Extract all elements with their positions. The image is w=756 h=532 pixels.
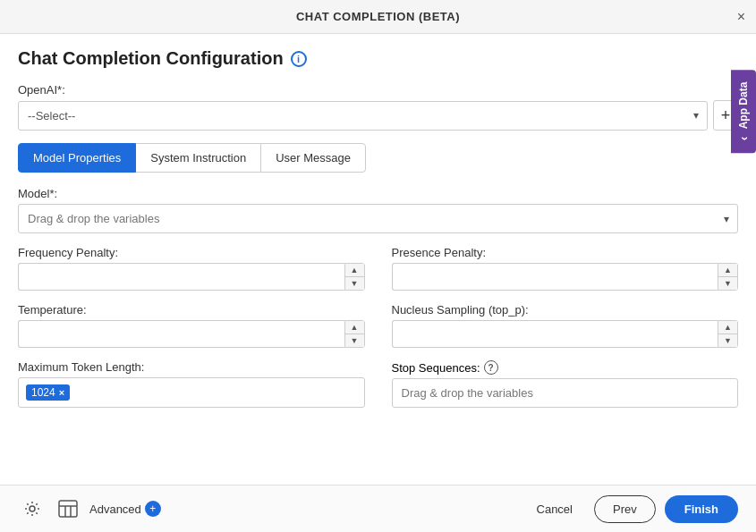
- cancel-button[interactable]: Cancel: [524, 495, 585, 523]
- openai-row: --Select-- ▾ +: [18, 100, 738, 131]
- temperature-input[interactable]: 1.00: [18, 320, 344, 348]
- advanced-plus-icon: +: [145, 501, 161, 517]
- tab-model-properties[interactable]: Model Properties: [18, 143, 136, 173]
- openai-select[interactable]: --Select--: [18, 101, 708, 131]
- stop-sequences-help-icon[interactable]: ?: [484, 360, 498, 375]
- advanced-label: Advanced: [89, 502, 141, 516]
- nucleus-sampling-input[interactable]: 1.00: [392, 320, 718, 348]
- temperature-group: Temperature: 1.00 ▲ ▼: [18, 303, 365, 348]
- finish-button[interactable]: Finish: [665, 495, 738, 523]
- presence-penalty-label: Presence Penalty:: [392, 246, 739, 259]
- model-input[interactable]: [18, 204, 738, 233]
- frequency-penalty-label: Frequency Penalty:: [18, 246, 365, 259]
- stop-sequences-input[interactable]: [392, 378, 739, 408]
- openai-select-wrapper: --Select-- ▾: [18, 101, 708, 131]
- nucleus-sampling-up[interactable]: ▲: [718, 321, 737, 334]
- frequency-penalty-input[interactable]: 0.00: [18, 263, 344, 291]
- modal-title: CHAT COMPLETION (BETA): [296, 10, 460, 23]
- presence-penalty-spinner-btns: ▲ ▼: [718, 263, 738, 291]
- tab-system-instruction[interactable]: System Instruction: [135, 143, 261, 173]
- gear-icon: [23, 500, 41, 518]
- advanced-button[interactable]: Advanced +: [89, 501, 161, 517]
- max-token-input-wrapper[interactable]: 1024 ×: [18, 377, 365, 408]
- frequency-penalty-group: Frequency Penalty: 0.00 ▲ ▼: [18, 246, 365, 291]
- stop-sequences-group: Stop Sequences: ?: [392, 360, 739, 408]
- main-content: ‹ App Data Chat Completion Configuration…: [0, 34, 756, 485]
- page-title-row: Chat Completion Configuration i: [18, 48, 738, 69]
- temperature-label: Temperature:: [18, 303, 365, 317]
- model-input-wrapper: ▾: [18, 204, 738, 233]
- nucleus-sampling-down[interactable]: ▼: [718, 334, 737, 347]
- max-token-group: Maximum Token Length: 1024 ×: [18, 360, 365, 408]
- frequency-penalty-spinner-btns: ▲ ▼: [344, 263, 365, 291]
- gear-icon-button[interactable]: [18, 494, 47, 523]
- model-label: Model*:: [18, 187, 738, 200]
- close-button[interactable]: ×: [737, 10, 745, 24]
- footer-bar: Advanced + Cancel Prev Finish: [0, 485, 756, 532]
- app-data-sidebar[interactable]: ‹ App Data: [731, 70, 756, 153]
- stop-sequences-label: Stop Sequences:: [392, 361, 480, 375]
- nucleus-sampling-spinner: 1.00 ▲ ▼: [392, 320, 739, 348]
- form-grid: Frequency Penalty: 0.00 ▲ ▼ Presence Pen…: [18, 246, 738, 408]
- presence-penalty-down[interactable]: ▼: [718, 277, 737, 290]
- nucleus-sampling-label: Nucleus Sampling (top_p):: [392, 303, 739, 317]
- frequency-penalty-down[interactable]: ▼: [345, 277, 364, 290]
- temperature-spinner: 1.00 ▲ ▼: [18, 320, 365, 348]
- table-icon-button[interactable]: [54, 494, 82, 523]
- nucleus-sampling-group: Nucleus Sampling (top_p): 1.00 ▲ ▼: [392, 303, 739, 348]
- model-row: Model*: ▾: [18, 187, 738, 233]
- svg-rect-1: [59, 501, 77, 517]
- page-title-text: Chat Completion Configuration: [18, 48, 284, 69]
- temperature-spinner-btns: ▲ ▼: [344, 320, 365, 348]
- app-data-label: App Data: [737, 82, 750, 130]
- max-token-label: Maximum Token Length:: [18, 360, 365, 374]
- presence-penalty-up[interactable]: ▲: [718, 264, 737, 277]
- prev-button[interactable]: Prev: [594, 495, 656, 523]
- frequency-penalty-up[interactable]: ▲: [345, 264, 364, 277]
- frequency-penalty-spinner: 0.00 ▲ ▼: [18, 263, 365, 291]
- token-tag: 1024 ×: [26, 384, 70, 401]
- title-bar: CHAT COMPLETION (BETA) ×: [0, 0, 756, 34]
- temperature-up[interactable]: ▲: [345, 321, 364, 334]
- stop-sequences-label-row: Stop Sequences: ?: [392, 360, 739, 375]
- presence-penalty-group: Presence Penalty: 0.00 ▲ ▼: [392, 246, 739, 291]
- presence-penalty-spinner: 0.00 ▲ ▼: [392, 263, 739, 291]
- token-tag-value: 1024: [31, 386, 55, 399]
- app-data-chevron: ‹: [736, 137, 751, 141]
- presence-penalty-input[interactable]: 0.00: [392, 263, 718, 291]
- info-icon[interactable]: i: [291, 51, 307, 67]
- modal-wrapper: CHAT COMPLETION (BETA) × ‹ App Data Chat…: [0, 0, 756, 532]
- token-tag-close[interactable]: ×: [59, 387, 64, 398]
- nucleus-sampling-spinner-btns: ▲ ▼: [718, 320, 738, 348]
- tab-user-message[interactable]: User Message: [260, 143, 366, 173]
- openai-label: OpenAI*:: [18, 83, 738, 97]
- footer-icons: Advanced +: [18, 494, 161, 523]
- tabs-row: Model Properties System Instruction User…: [18, 143, 738, 173]
- svg-point-0: [30, 506, 35, 511]
- footer-actions: Cancel Prev Finish: [524, 495, 738, 523]
- table-icon: [58, 500, 78, 518]
- temperature-down[interactable]: ▼: [345, 334, 364, 347]
